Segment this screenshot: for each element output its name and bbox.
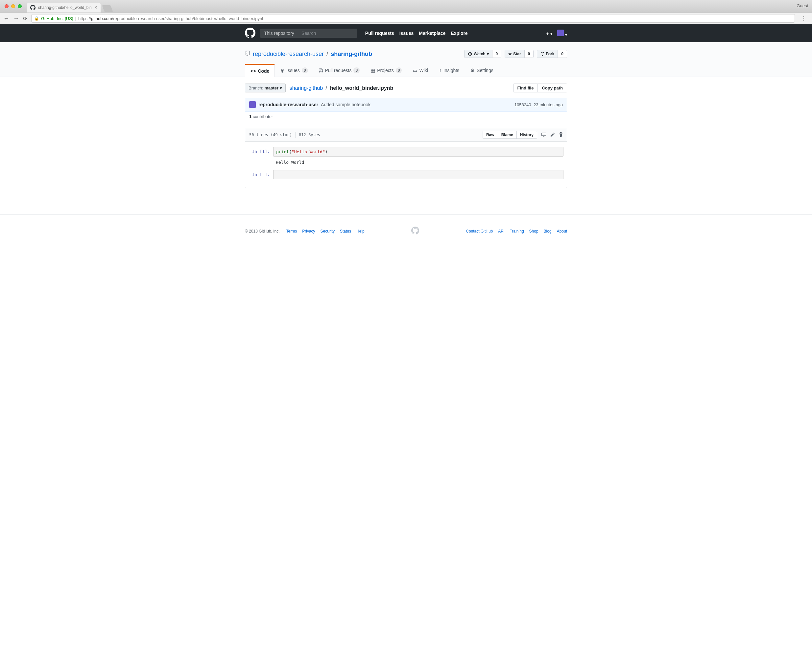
user-menu[interactable]: ▾ xyxy=(557,30,567,37)
file-size: 812 Bytes xyxy=(299,133,320,137)
guest-label: Guest xyxy=(797,3,808,8)
repo-actions: Watch ▾ 0 ★Star 0 Fork 0 xyxy=(464,50,567,58)
lock-icon: 🔒 xyxy=(34,16,39,21)
raw-button[interactable]: Raw xyxy=(483,131,498,138)
url-field[interactable]: 🔒 GitHub, Inc. [US] | https://github.com… xyxy=(31,14,795,23)
nav-pull-requests[interactable]: Pull requests xyxy=(365,31,394,36)
code-icon: <> xyxy=(250,68,256,74)
tab-insights[interactable]: ⫾Insights xyxy=(434,64,465,76)
footer-right-links: Contact GitHub API Training Shop Blog Ab… xyxy=(466,229,567,234)
star-count[interactable]: 0 xyxy=(524,50,534,58)
tab-issues[interactable]: ◉Issues0 xyxy=(275,64,313,76)
history-button[interactable]: History xyxy=(517,131,537,138)
graph-icon: ⫾ xyxy=(439,68,441,73)
browser-menu-icon[interactable]: ⋮ xyxy=(799,15,809,22)
footer-about[interactable]: About xyxy=(557,229,567,234)
avatar-icon xyxy=(557,30,564,36)
tab-settings[interactable]: ⚙Settings xyxy=(465,64,499,76)
issue-icon: ◉ xyxy=(280,68,284,73)
minimize-window-icon[interactable] xyxy=(11,4,15,8)
commit-box: reproducible-research-user Added sample … xyxy=(245,98,567,122)
window-controls xyxy=(3,4,27,8)
file-nav: Branch: master ▾ sharing-github / hello_… xyxy=(245,83,567,93)
tab-pull-requests[interactable]: Pull requests0 xyxy=(314,64,366,76)
commit-message[interactable]: Added sample notebook xyxy=(321,102,371,107)
back-button[interactable]: ← xyxy=(3,15,9,22)
main-content: Branch: master ▾ sharing-github / hello_… xyxy=(245,77,567,201)
github-mark-icon[interactable] xyxy=(411,227,419,236)
edit-icon[interactable] xyxy=(550,132,555,138)
footer-shop[interactable]: Shop xyxy=(529,229,539,234)
footer-terms[interactable]: Terms xyxy=(286,229,297,234)
footer-training[interactable]: Training xyxy=(510,229,524,234)
breadcrumb-repo[interactable]: sharing-github xyxy=(290,85,323,91)
commit-row: reproducible-research-user Added sample … xyxy=(245,98,567,111)
nav-issues[interactable]: Issues xyxy=(399,31,414,36)
footer-left-links: Terms Privacy Security Status Help xyxy=(286,229,365,234)
nb-output-1: Hello World xyxy=(273,158,307,169)
commit-author[interactable]: reproducible-research-user xyxy=(259,102,318,107)
repo-title: reproducible-research-user / sharing-git… xyxy=(245,50,567,58)
address-bar: ← → ⟳ 🔒 GitHub, Inc. [US] | https://gith… xyxy=(0,13,812,24)
nav-explore[interactable]: Explore xyxy=(451,31,467,36)
fork-count[interactable]: 0 xyxy=(558,50,567,58)
create-new-dropdown[interactable]: + ▾ xyxy=(546,31,553,36)
tab-code[interactable]: <>Code xyxy=(245,64,275,77)
nb-prompt-2: In [ ]: xyxy=(249,170,273,179)
forward-button: → xyxy=(13,15,19,22)
footer-security[interactable]: Security xyxy=(320,229,335,234)
tab-projects[interactable]: ▦Projects0 xyxy=(365,64,407,76)
gear-icon: ⚙ xyxy=(471,68,475,73)
github-header: This repository Pull requests Issues Mar… xyxy=(0,24,812,42)
search-scope-button[interactable]: This repository xyxy=(260,28,298,38)
footer-status[interactable]: Status xyxy=(340,229,351,234)
repo-owner-link[interactable]: reproducible-research-user xyxy=(253,51,324,58)
fork-button[interactable]: Fork 0 xyxy=(537,50,567,58)
breadcrumb-file: hello_world_binder.ipynb xyxy=(330,85,393,91)
file-box: 50 lines (49 sloc) 812 Bytes Raw Blame H… xyxy=(245,128,567,188)
commit-time: 23 minutes ago xyxy=(534,102,563,107)
find-file-button[interactable]: Find file xyxy=(514,84,538,92)
url-org: GitHub, Inc. [US] xyxy=(41,16,73,21)
commit-meta: 1058240 23 minutes ago xyxy=(514,102,563,107)
star-button[interactable]: ★Star 0 xyxy=(505,50,534,58)
pr-icon xyxy=(319,68,323,73)
search-input[interactable] xyxy=(298,28,357,38)
commit-sha[interactable]: 1058240 xyxy=(514,102,531,107)
primary-nav: Pull requests Issues Marketplace Explore xyxy=(365,31,468,36)
browser-tab[interactable]: sharing-github/hello_world_bin × xyxy=(27,3,101,13)
tab-bar: sharing-github/hello_world_bin × Guest xyxy=(0,0,812,13)
copy-path-button[interactable]: Copy path xyxy=(537,84,567,92)
tab-wiki[interactable]: ▭Wiki xyxy=(407,64,433,76)
nav-marketplace[interactable]: Marketplace xyxy=(419,31,446,36)
footer-blog[interactable]: Blog xyxy=(544,229,552,234)
footer-contact[interactable]: Contact GitHub xyxy=(466,229,493,234)
watch-button[interactable]: Watch ▾ 0 xyxy=(464,50,501,58)
footer-api[interactable]: API xyxy=(498,229,504,234)
reload-button[interactable]: ⟳ xyxy=(23,15,27,22)
eye-icon xyxy=(468,51,472,56)
footer-privacy[interactable]: Privacy xyxy=(302,229,315,234)
watch-count[interactable]: 0 xyxy=(492,50,501,58)
close-tab-icon[interactable]: × xyxy=(94,5,97,10)
new-tab-button[interactable] xyxy=(102,5,113,12)
desktop-icon[interactable] xyxy=(541,132,546,138)
close-window-icon[interactable] xyxy=(5,4,8,8)
tab-title: sharing-github/hello_world_bin xyxy=(38,5,92,10)
url-separator: | xyxy=(75,16,76,21)
notebook-render: In [1]: print("Hello World") Hello World… xyxy=(245,142,567,188)
branch-select-button[interactable]: Branch: master ▾ xyxy=(245,83,286,93)
commit-avatar-icon[interactable] xyxy=(249,101,256,108)
contributors: 1 contributor xyxy=(245,111,567,122)
footer-help[interactable]: Help xyxy=(356,229,365,234)
repo-name-link[interactable]: sharing-github xyxy=(331,51,372,58)
trash-icon[interactable] xyxy=(559,132,563,138)
file-header: 50 lines (49 sloc) 812 Bytes Raw Blame H… xyxy=(245,128,567,142)
book-icon: ▭ xyxy=(413,68,417,73)
footer: © 2018 GitHub, Inc. Terms Privacy Securi… xyxy=(0,214,812,247)
blame-button[interactable]: Blame xyxy=(498,131,517,138)
github-favicon-icon xyxy=(30,5,35,10)
maximize-window-icon[interactable] xyxy=(18,4,22,8)
github-logo-icon[interactable] xyxy=(245,28,255,39)
repo-sep: / xyxy=(326,51,328,58)
